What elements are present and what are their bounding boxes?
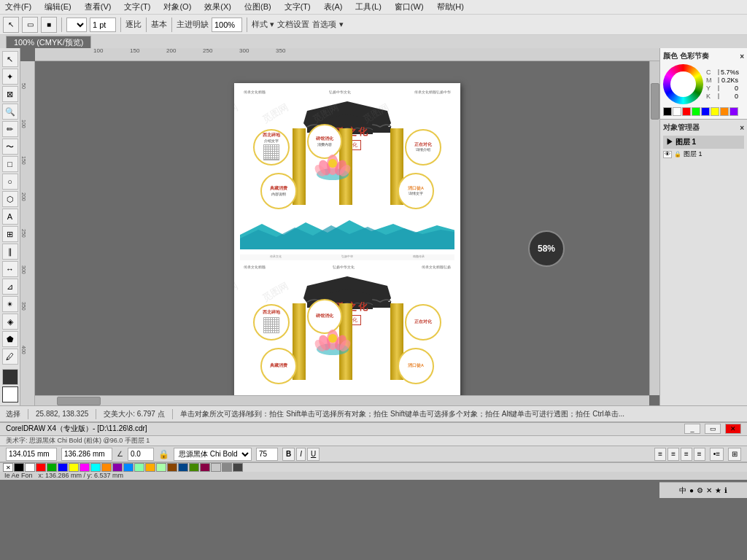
swatch-black[interactable] — [663, 107, 672, 116]
swatch-15[interactable] — [167, 463, 177, 472]
swatch-9[interactable] — [101, 463, 112, 472]
k-bar[interactable] — [718, 93, 719, 99]
swatch-7[interactable] — [80, 463, 90, 472]
y-bar[interactable] — [718, 85, 719, 91]
tool-freehand[interactable]: ✏ — [2, 121, 18, 137]
swatch-16[interactable] — [178, 463, 188, 472]
icon-star[interactable]: ★ — [715, 486, 721, 494]
scrollbar-horizontal[interactable] — [35, 395, 649, 405]
tool-zoom[interactable]: 🔍 — [2, 104, 18, 120]
menu-effects[interactable]: 效果(X) — [202, 1, 233, 12]
swatch-19[interactable] — [211, 463, 221, 472]
swatch-6[interactable] — [69, 463, 79, 472]
minimize-btn[interactable]: _ — [684, 424, 700, 434]
tool-fill[interactable]: ◈ — [2, 314, 18, 330]
swatch-yellow[interactable] — [711, 107, 719, 116]
align-left-btn[interactable]: ≡ — [654, 448, 666, 461]
tool-smart[interactable]: 〜 — [2, 139, 18, 155]
x-position-input[interactable] — [6, 448, 57, 461]
menu-bitmap[interactable]: 位图(B) — [242, 1, 274, 12]
swatch-20[interactable] — [222, 463, 232, 472]
swatch-blue[interactable] — [701, 107, 710, 116]
obj-lock-icon[interactable]: 🔒 — [674, 151, 681, 158]
tool-eyedropper[interactable]: 🖊 — [2, 349, 18, 365]
menu-tools[interactable]: 工具(L) — [353, 1, 383, 12]
icon-info[interactable]: ℹ — [724, 486, 727, 494]
doc-tab-active[interactable]: 100% (CMYK/预览) — [6, 36, 91, 48]
menu-object[interactable]: 对象(O) — [161, 1, 193, 12]
swatch-5[interactable] — [58, 463, 68, 472]
scrollbar-vertical[interactable] — [649, 61, 659, 395]
tool-parallel[interactable]: ∥ — [2, 244, 18, 260]
swatch-white[interactable] — [673, 107, 681, 116]
menu-help[interactable]: 帮助(H) — [435, 1, 466, 12]
layer-header[interactable]: ▶ 图层 1 — [663, 136, 744, 149]
swatch-orange[interactable] — [720, 107, 729, 116]
menu-table[interactable]: 表(A) — [322, 1, 345, 12]
m-bar[interactable] — [718, 77, 719, 83]
menu-window[interactable]: 窗口(W) — [392, 1, 426, 12]
swatch-14[interactable] — [156, 463, 166, 472]
swatch-2[interactable] — [25, 463, 35, 472]
icon-settings[interactable]: ⚙ — [697, 486, 703, 494]
tool-select[interactable]: ↖ — [2, 51, 18, 67]
color-wheel[interactable] — [663, 64, 703, 104]
menu-edit[interactable]: 编辑(E) — [42, 1, 74, 12]
italic-btn[interactable]: I — [296, 448, 306, 461]
underline-btn[interactable]: U — [307, 448, 320, 461]
menu-view[interactable]: 查看(V) — [82, 1, 114, 12]
fill-dropdown[interactable]: ■ — [66, 18, 87, 32]
swatch-18[interactable] — [200, 463, 210, 472]
menu-file[interactable]: 文件(F) — [3, 1, 34, 12]
tool-smart-fill[interactable]: ⬟ — [2, 331, 18, 347]
y-position-input[interactable] — [61, 448, 112, 461]
swatch-17[interactable] — [189, 463, 199, 472]
stroke-width-input[interactable] — [90, 18, 116, 32]
swatch-none[interactable]: ✕ — [3, 463, 13, 472]
tool-btn-3[interactable]: ■ — [41, 17, 57, 33]
angle-input[interactable] — [128, 448, 154, 461]
canvas-area[interactable]: 100 150 200 250 300 350 50 100 150 200 2… — [20, 48, 659, 405]
swatch-red[interactable] — [682, 107, 691, 116]
tool-btn-2[interactable]: ▭ — [22, 17, 38, 33]
swatch-13[interactable] — [145, 463, 155, 472]
swatch-1[interactable] — [14, 463, 24, 472]
select-tool-btn[interactable]: ↖ — [3, 17, 19, 33]
tool-measure[interactable]: ⊿ — [2, 279, 18, 295]
close-btn[interactable]: ✕ — [725, 424, 741, 434]
tool-crop[interactable]: ⊠ — [2, 86, 18, 102]
font-dropdown[interactable]: 思源黑体 Chi Bold — [174, 448, 252, 461]
icon-network[interactable]: ● — [689, 486, 694, 494]
swatch-12[interactable] — [134, 463, 144, 472]
foreground-color[interactable] — [2, 369, 18, 385]
align-center-btn[interactable]: ≡ — [667, 448, 679, 461]
tool-ellipse[interactable]: ○ — [2, 174, 18, 190]
tool-connector[interactable]: ↔ — [2, 261, 18, 277]
zoom-level-input[interactable] — [212, 18, 242, 32]
justify-btn[interactable]: ≡ — [694, 448, 705, 461]
tool-node[interactable]: ✦ — [2, 69, 18, 85]
align-right-btn[interactable]: ≡ — [681, 448, 692, 461]
bold-btn[interactable]: B — [282, 448, 295, 461]
c-bar[interactable] — [718, 69, 719, 75]
background-color[interactable] — [2, 386, 18, 402]
font-size-input[interactable] — [256, 448, 278, 461]
obj-eye-icon[interactable]: 👁 — [663, 151, 672, 158]
menu-text2[interactable]: 文字(T) — [282, 1, 313, 12]
swatch-3[interactable] — [36, 463, 46, 472]
swatch-purple[interactable] — [729, 107, 738, 116]
swatch-4[interactable] — [47, 463, 57, 472]
table-icon-btn[interactable]: ⊞ — [728, 448, 741, 461]
obj-row-layer1[interactable]: 👁 🔒 图层 1 — [663, 149, 744, 160]
menu-text[interactable]: 文字(T) — [122, 1, 152, 12]
swatch-8[interactable] — [90, 463, 101, 472]
tool-polygon[interactable]: ⬡ — [2, 191, 18, 207]
lock-icon-tb[interactable]: 🔒 — [158, 449, 169, 459]
bullet-btn[interactable]: •≡ — [710, 448, 724, 461]
tool-text[interactable]: A — [2, 209, 18, 225]
swatch-green[interactable] — [692, 107, 700, 116]
tool-table[interactable]: ⊞ — [2, 226, 18, 242]
restore-btn[interactable]: ▭ — [705, 424, 721, 434]
swatch-10[interactable] — [112, 463, 123, 472]
icon-chinese[interactable]: 中 — [679, 486, 686, 496]
